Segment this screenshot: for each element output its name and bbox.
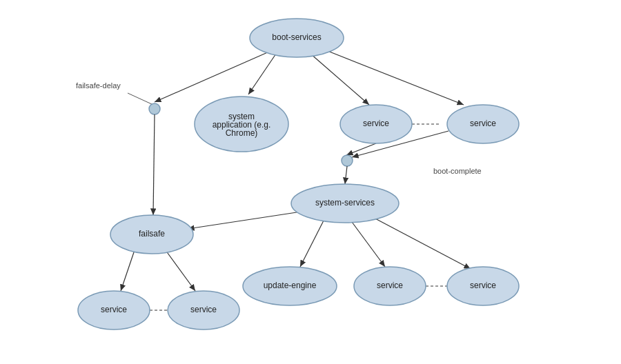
edge-merge1-to-failsafe: [153, 114, 155, 215]
node-system-services-label: system-services: [315, 198, 375, 208]
node-service4-label: service: [470, 281, 496, 290]
node-failsafe-label: failsafe: [139, 229, 165, 239]
merge-node-1: [149, 103, 160, 114]
node-service2-label: service: [470, 119, 496, 128]
edge-failsafe-delay-line: [128, 93, 153, 105]
edge-boot-to-merge1: [155, 52, 269, 102]
node-service3-label: service: [377, 281, 403, 290]
boot-complete-annotation: boot-complete: [433, 167, 482, 175]
edge-syssvc-to-update: [300, 219, 324, 267]
merge-node-2: [342, 155, 353, 166]
failsafe-delay-annotation: failsafe-delay: [76, 81, 121, 90]
edge-syssvc-to-failsafe: [188, 212, 297, 229]
edge-failsafe-to-svc6: [166, 250, 195, 291]
edge-syssvc-to-svc4: [373, 217, 471, 269]
edge-merge2-to-syssvc: [345, 166, 347, 184]
edge-svc1-to-merge2: [346, 143, 376, 155]
node-system-app-label3: Chrome): [226, 128, 258, 138]
edge-syssvc-to-svc3: [352, 222, 385, 267]
node-service1-label: service: [363, 119, 389, 128]
node-boot-services-label: boot-services: [272, 32, 321, 42]
edge-boot-to-sysapp: [248, 54, 276, 94]
edge-boot-to-svc1: [310, 54, 369, 105]
edge-boot-to-svc2: [324, 50, 464, 105]
node-update-engine-label: update-engine: [264, 281, 317, 290]
edge-failsafe-to-svc5: [121, 250, 135, 291]
node-service6-label: service: [190, 305, 217, 314]
node-service5-label: service: [101, 305, 127, 314]
